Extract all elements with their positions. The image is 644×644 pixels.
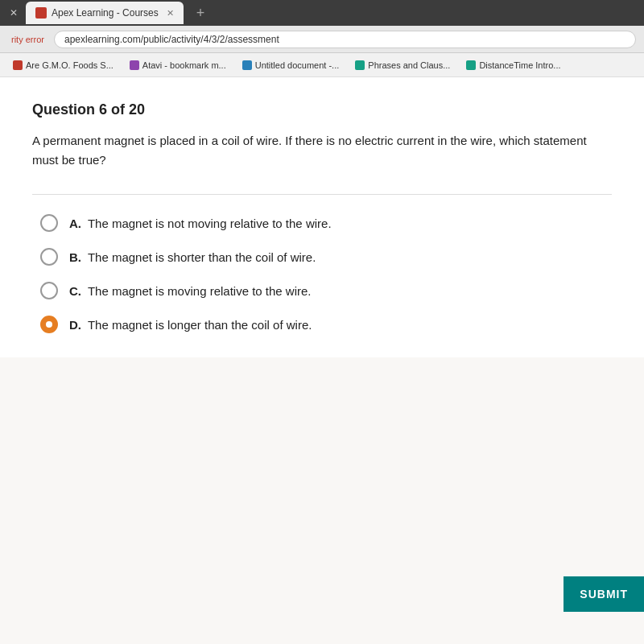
browser-window: ✕ Apex Learning - Courses ✕ + rity error… bbox=[0, 0, 644, 644]
option-a[interactable]: A. The magnet is not moving relative to … bbox=[40, 214, 604, 232]
bookmarks-bar: Are G.M.O. Foods S... Atavi - bookmark m… bbox=[0, 53, 644, 77]
tab-label: Apex Learning - Courses bbox=[52, 7, 159, 19]
bookmark-favicon-2 bbox=[130, 60, 139, 70]
option-a-text: A. The magnet is not moving relative to … bbox=[69, 217, 332, 230]
question-text: A permanent magnet is placed in a coil o… bbox=[32, 131, 612, 170]
title-bar: ✕ Apex Learning - Courses ✕ + bbox=[0, 0, 644, 26]
bookmark-label-5: DistanceTime Intro... bbox=[479, 60, 560, 70]
radio-b[interactable] bbox=[40, 248, 58, 266]
options-list: A. The magnet is not moving relative to … bbox=[32, 214, 612, 333]
tab-close-button[interactable]: ✕ bbox=[6, 6, 21, 20]
option-b-text: B. The magnet is shorter than the coil o… bbox=[69, 250, 316, 264]
option-d-text: D. The magnet is longer than the coil of… bbox=[69, 318, 312, 332]
page-background: Question 6 of 20 A permanent magnet is p… bbox=[0, 77, 644, 644]
bookmark-label-2: Atavi - bookmark m... bbox=[142, 60, 226, 70]
bookmark-5[interactable]: DistanceTime Intro... bbox=[460, 59, 567, 72]
bookmark-label-1: Are G.M.O. Foods S... bbox=[26, 60, 114, 70]
active-tab[interactable]: Apex Learning - Courses ✕ bbox=[26, 2, 184, 24]
bookmark-favicon-4 bbox=[355, 60, 365, 70]
tab-close-icon[interactable]: ✕ bbox=[167, 8, 174, 19]
address-bar: rity error bbox=[0, 26, 644, 53]
question-title: Question 6 of 20 bbox=[32, 101, 612, 118]
submit-button[interactable]: SUBMIT bbox=[564, 576, 644, 612]
option-b-label: B. bbox=[69, 250, 81, 264]
option-b[interactable]: B. The magnet is shorter than the coil o… bbox=[40, 248, 604, 266]
option-c[interactable]: C. The magnet is moving relative to the … bbox=[40, 282, 604, 299]
option-c-text: C. The magnet is moving relative to the … bbox=[69, 284, 312, 298]
option-a-label: A. bbox=[69, 217, 81, 230]
radio-a[interactable] bbox=[40, 214, 58, 232]
radio-c[interactable] bbox=[40, 282, 58, 299]
bookmark-1[interactable]: Are G.M.O. Foods S... bbox=[6, 59, 120, 72]
radio-d[interactable] bbox=[40, 316, 58, 333]
security-error-label: rity error bbox=[8, 35, 47, 44]
new-tab-button[interactable]: + bbox=[188, 2, 213, 23]
bookmark-favicon-1 bbox=[13, 60, 23, 70]
assessment-area: Question 6 of 20 A permanent magnet is p… bbox=[0, 77, 644, 357]
bookmark-favicon-5 bbox=[466, 60, 476, 70]
tab-favicon bbox=[35, 7, 47, 19]
address-input[interactable] bbox=[54, 31, 636, 48]
bookmark-3[interactable]: Untitled document -... bbox=[236, 59, 346, 72]
option-c-label: C. bbox=[69, 284, 81, 298]
divider bbox=[32, 194, 612, 195]
bookmark-favicon-3 bbox=[242, 60, 252, 70]
bookmark-label-3: Untitled document -... bbox=[255, 60, 340, 70]
option-d-label: D. bbox=[69, 318, 81, 332]
bookmark-4[interactable]: Phrases and Claus... bbox=[349, 59, 456, 72]
bookmark-label-4: Phrases and Claus... bbox=[368, 60, 450, 70]
bookmark-2[interactable]: Atavi - bookmark m... bbox=[123, 59, 233, 72]
option-d[interactable]: D. The magnet is longer than the coil of… bbox=[40, 316, 604, 333]
